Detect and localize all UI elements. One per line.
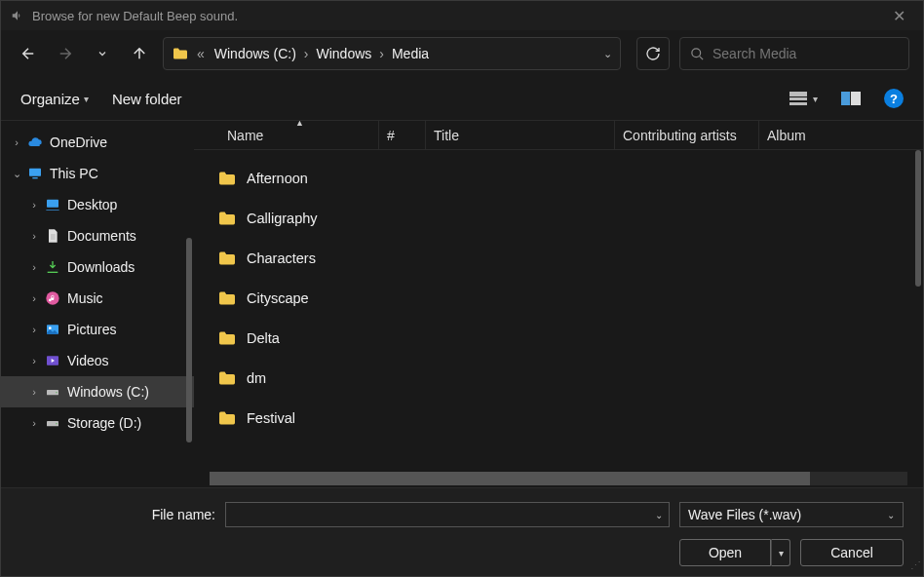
tree-item-pictures[interactable]: ›Pictures xyxy=(1,314,194,345)
navigation-bar: « Windows (C:) › Windows › Media ⌄ xyxy=(1,30,923,77)
tree-item-downloads[interactable]: ›Downloads xyxy=(1,251,194,283)
address-bar[interactable]: « Windows (C:) › Windows › Media ⌄ xyxy=(163,37,621,70)
expand-caret[interactable]: ⌄ xyxy=(11,168,22,180)
new-folder-button[interactable]: New folder xyxy=(112,91,182,107)
drive-icon xyxy=(44,415,61,431)
file-name: Calligraphy xyxy=(247,211,318,226)
expand-caret[interactable]: › xyxy=(28,324,40,335)
column-headers: Name ▲ # Title Contributing artists Albu… xyxy=(194,121,923,150)
breadcrumb: Windows (C:) › Windows › Media xyxy=(211,44,433,63)
open-dropdown[interactable]: ▾ xyxy=(771,539,790,566)
expand-caret[interactable]: › xyxy=(28,386,40,398)
folder-icon xyxy=(217,211,237,226)
column-number[interactable]: # xyxy=(379,121,426,149)
expand-caret[interactable]: › xyxy=(28,230,40,242)
organize-menu[interactable]: Organize ▾ xyxy=(20,91,89,107)
svg-point-6 xyxy=(49,327,52,329)
expand-caret[interactable]: › xyxy=(28,261,40,273)
tree-label: Music xyxy=(67,290,103,306)
breadcrumb-segment[interactable]: Windows xyxy=(312,44,375,63)
column-title[interactable]: Title xyxy=(426,121,615,149)
chevron-down-icon[interactable]: ⌄ xyxy=(651,510,663,520)
desktop-icon xyxy=(44,197,61,212)
folder-icon xyxy=(172,47,189,60)
sound-icon xyxy=(11,9,24,22)
doc-icon xyxy=(44,228,61,244)
expand-caret[interactable]: › xyxy=(11,136,22,148)
horizontal-scrollbar[interactable] xyxy=(210,472,907,485)
svg-rect-2 xyxy=(32,177,37,178)
filename-input[interactable] xyxy=(232,508,651,522)
expand-caret[interactable]: › xyxy=(28,292,40,304)
refresh-button[interactable] xyxy=(636,37,670,70)
drive-icon xyxy=(44,384,61,400)
folder-icon xyxy=(217,330,237,346)
sidebar-scrollbar[interactable] xyxy=(186,238,192,442)
file-type-filter[interactable]: Wave Files (*.wav) ⌄ xyxy=(679,502,904,527)
recent-locations-button[interactable] xyxy=(89,40,116,67)
file-row[interactable]: Delta xyxy=(210,318,923,358)
titlebar: Browse for new Default Beep sound. ✕ xyxy=(1,1,923,30)
tree-item-storage-d-[interactable]: ›Storage (D:) xyxy=(1,407,194,439)
chevron-left-icon[interactable]: « xyxy=(195,46,207,61)
view-mode-button[interactable]: ▾ xyxy=(789,92,818,105)
tree-item-this-pc[interactable]: ⌄This PC xyxy=(1,158,194,189)
address-dropdown[interactable]: ⌄ xyxy=(603,48,612,60)
chevron-down-icon: ▾ xyxy=(813,94,818,104)
file-name: Cityscape xyxy=(247,290,309,306)
cancel-button[interactable]: Cancel xyxy=(800,539,904,566)
column-name[interactable]: Name ▲ xyxy=(219,121,379,149)
svg-point-9 xyxy=(56,392,57,393)
tree-label: Videos xyxy=(67,353,109,368)
up-button[interactable] xyxy=(126,40,153,67)
download-icon xyxy=(44,259,61,275)
file-row[interactable]: Festival xyxy=(210,398,923,438)
breadcrumb-segment[interactable]: Windows (C:) xyxy=(211,44,300,63)
pc-icon xyxy=(26,166,44,181)
folder-icon xyxy=(217,410,237,426)
help-button[interactable]: ? xyxy=(884,89,904,108)
file-row[interactable]: Afternoon xyxy=(210,158,923,198)
tree-label: This PC xyxy=(50,166,98,181)
file-name: Characters xyxy=(247,250,316,266)
expand-caret[interactable]: › xyxy=(28,355,40,366)
vertical-scrollbar[interactable] xyxy=(915,150,921,287)
tree-item-documents[interactable]: ›Documents xyxy=(1,220,194,251)
back-button[interactable] xyxy=(15,40,42,67)
tree-label: Documents xyxy=(67,228,136,244)
open-button[interactable]: Open xyxy=(679,539,771,566)
svg-point-0 xyxy=(692,48,701,57)
file-row[interactable]: dm xyxy=(210,358,923,398)
open-split-button[interactable]: Open ▾ xyxy=(679,539,790,566)
navigation-tree: ›OneDrive⌄This PC›Desktop›Documents›Down… xyxy=(1,121,194,487)
forward-button[interactable] xyxy=(52,40,79,67)
tree-item-music[interactable]: ›Music xyxy=(1,283,194,314)
file-name: dm xyxy=(247,370,266,386)
tree-label: Desktop xyxy=(67,197,117,212)
search-box[interactable] xyxy=(679,37,909,70)
folder-icon xyxy=(217,370,237,386)
filename-label: File name: xyxy=(20,507,215,522)
breadcrumb-segment[interactable]: Media xyxy=(388,44,433,63)
filename-combobox[interactable]: ⌄ xyxy=(225,502,670,527)
chevron-right-icon: › xyxy=(302,46,311,61)
column-artists[interactable]: Contributing artists xyxy=(615,121,759,149)
tree-item-videos[interactable]: ›Videos xyxy=(1,345,194,376)
file-row[interactable]: Calligraphy xyxy=(210,198,923,238)
search-input[interactable] xyxy=(712,46,899,61)
expand-caret[interactable]: › xyxy=(28,417,40,429)
preview-pane-button[interactable] xyxy=(841,92,861,105)
tree-label: OneDrive xyxy=(50,135,107,150)
close-icon[interactable]: ✕ xyxy=(885,5,913,27)
file-row[interactable]: Cityscape xyxy=(210,278,923,318)
chevron-down-icon: ⌄ xyxy=(883,510,895,520)
tree-item-windows-c-[interactable]: ›Windows (C:) xyxy=(1,376,194,407)
file-row[interactable]: Characters xyxy=(210,238,923,278)
tree-item-onedrive[interactable]: ›OneDrive xyxy=(1,127,194,158)
resize-grip[interactable]: ⋰ xyxy=(910,559,919,572)
column-album[interactable]: Album xyxy=(759,121,923,149)
tree-item-desktop[interactable]: ›Desktop xyxy=(1,189,194,220)
expand-caret[interactable]: › xyxy=(28,199,40,211)
tree-label: Storage (D:) xyxy=(67,415,141,431)
file-name: Festival xyxy=(247,410,295,426)
